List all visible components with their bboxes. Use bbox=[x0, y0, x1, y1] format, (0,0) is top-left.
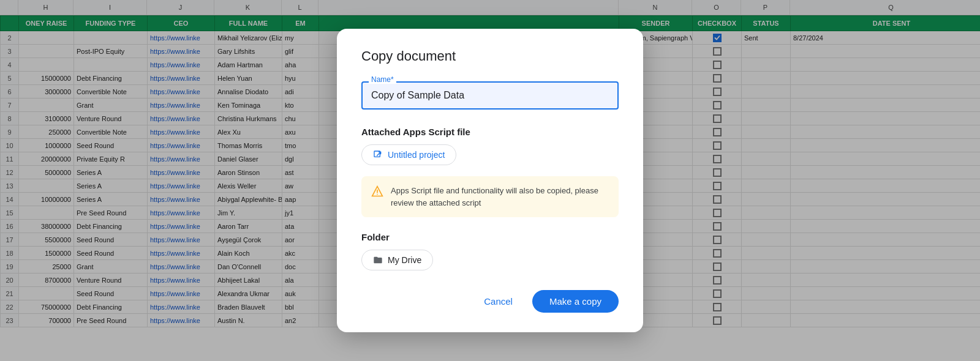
triangle-warning-icon bbox=[371, 185, 383, 198]
name-label: Name* bbox=[369, 75, 396, 84]
svg-point-2 bbox=[377, 194, 378, 195]
script-file-button[interactable]: Untitled project bbox=[361, 144, 456, 165]
apps-script-section-label: Attached Apps Script file bbox=[361, 127, 619, 137]
folder-button[interactable]: My Drive bbox=[361, 250, 433, 270]
cancel-button[interactable]: Cancel bbox=[474, 290, 522, 313]
warning-box: Apps Script file and functionality will … bbox=[361, 176, 619, 217]
warning-text: Apps Script file and functionality will … bbox=[391, 185, 609, 209]
dialog-title: Copy document bbox=[361, 48, 619, 64]
make-copy-button[interactable]: Make a copy bbox=[532, 290, 619, 313]
document-name-input[interactable] bbox=[361, 81, 619, 110]
script-btn-label: Untitled project bbox=[388, 150, 445, 160]
warning-icon bbox=[371, 185, 383, 200]
name-field-group: Name* bbox=[361, 81, 619, 110]
dialog-actions: Cancel Make a copy bbox=[361, 290, 619, 313]
external-link-icon bbox=[373, 150, 383, 160]
copy-document-dialog: Copy document Name* Attached Apps Script… bbox=[337, 29, 643, 332]
folder-section-label: Folder bbox=[361, 232, 619, 242]
folder-section: Folder My Drive bbox=[361, 232, 619, 270]
folder-btn-label: My Drive bbox=[388, 255, 421, 265]
folder-icon bbox=[373, 255, 383, 265]
